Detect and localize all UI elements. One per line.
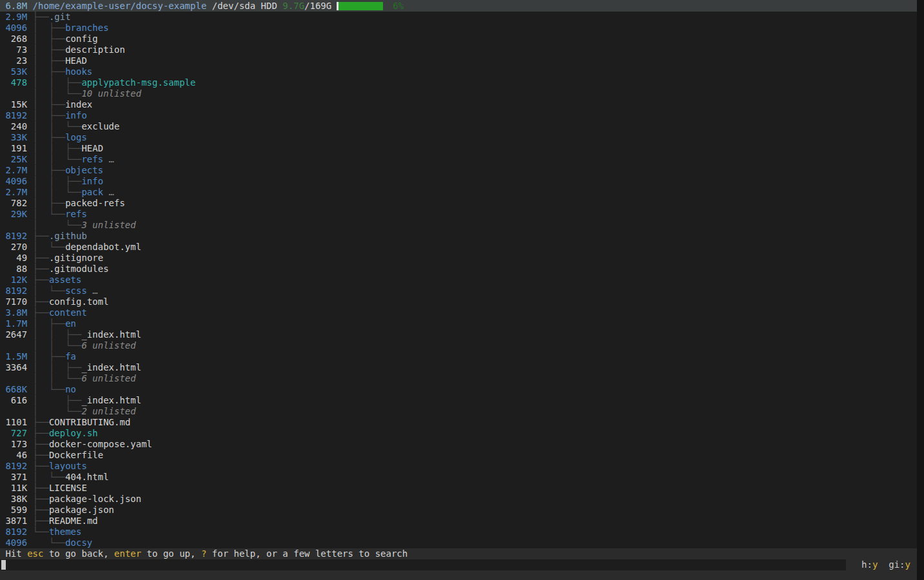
tree-row[interactable]: │ │ └──6 unlisted — [0, 340, 917, 351]
file-name: package.json — [49, 505, 114, 515]
tree-row[interactable]: 2.9M ├──.git — [0, 12, 917, 23]
search-input-line[interactable]: h:y gi:y — [0, 559, 917, 570]
tree-row[interactable]: 240 │ │ └──exclude — [0, 121, 917, 132]
tree-row[interactable]: 25K │ │ └──refs … — [0, 154, 917, 165]
tree-row[interactable]: 2.7M │ ├──objects — [0, 165, 917, 176]
tree-branch-glyphs: │ ├── — [33, 23, 66, 33]
file-name: exclude — [81, 121, 119, 131]
tree-row[interactable]: 7170 ├──config.toml — [0, 296, 917, 307]
tree-row[interactable]: 23 │ ├──HEAD — [0, 55, 917, 66]
tree-row[interactable]: 782 │ ├──packed-refs — [0, 198, 917, 209]
unlisted-label: 6 unlisted — [81, 373, 135, 383]
file-name: index — [65, 99, 92, 110]
file-name: HEAD — [65, 55, 87, 66]
tree-row[interactable]: 3.8M ├──content — [0, 307, 917, 318]
file-size: 1101 — [0, 417, 33, 427]
file-size: 2.7M — [0, 165, 33, 175]
file-name: content — [49, 307, 87, 318]
tree-branch-glyphs: ├── — [33, 231, 49, 241]
tree-row[interactable]: 2647 │ │ ├──_index.html — [0, 329, 917, 340]
tree-row[interactable]: │ └──3 unlisted — [0, 220, 917, 231]
broot-terminal: 6.8M /home/example-user/docsy-example /d… — [0, 0, 917, 580]
tree-branch-glyphs: │ ├── — [33, 55, 66, 66]
tree-branch-glyphs: └── — [33, 537, 66, 548]
tree-row[interactable]: 8192 ├──layouts — [0, 461, 917, 472]
tree-branch-glyphs: ├── — [33, 296, 49, 307]
tree-row[interactable]: 371 │ └──404.html — [0, 472, 917, 483]
tree-row[interactable]: 4096 └──docsy — [0, 537, 917, 548]
tree-branch-glyphs: │ │ └── — [33, 187, 82, 197]
tree-branch-glyphs: │ ├── — [33, 44, 66, 55]
tree-row[interactable]: │ └──2 unlisted — [0, 406, 917, 417]
tree-row[interactable]: 15K │ ├──index — [0, 99, 917, 110]
file-size: 1.5M — [0, 351, 33, 362]
tree-row[interactable]: 1.7M │ ├──en — [0, 318, 917, 329]
tree-row[interactable]: 4096 │ ├──branches — [0, 23, 917, 34]
tree-row[interactable]: 173 ├──docker-compose.yaml — [0, 439, 917, 450]
tree-row[interactable]: 53K │ ├──hooks — [0, 66, 917, 77]
tree-row[interactable]: 4096 │ │ ├──info — [0, 176, 917, 187]
file-size: 2.7M — [0, 187, 33, 197]
tree-row[interactable]: 478 │ │ ├──applypatch-msg.sample — [0, 77, 917, 88]
tree-row[interactable]: │ │ └──6 unlisted — [0, 373, 917, 384]
truncation-ellipsis: … — [87, 285, 98, 296]
file-size: 11K — [0, 483, 33, 493]
tree-row[interactable]: 29K │ └──refs — [0, 209, 917, 220]
file-name: assets — [49, 275, 82, 285]
tree-branch-glyphs: ├── — [33, 253, 49, 263]
file-size: 3871 — [0, 516, 33, 526]
tree-row[interactable]: 8192 │ ├──info — [0, 110, 917, 121]
tree-branch-glyphs: │ └── — [33, 472, 66, 482]
file-size: 371 — [0, 472, 33, 482]
file-name: layouts — [49, 461, 87, 471]
header-bar: 6.8M /home/example-user/docsy-example /d… — [0, 0, 917, 12]
file-size — [0, 88, 33, 99]
flag-value[interactable]: y — [905, 559, 910, 570]
gauge-free-segment — [339, 2, 383, 10]
tree-row[interactable]: 3364 │ │ ├──_index.html — [0, 362, 917, 373]
tree-row[interactable]: 8192 │ └──scss … — [0, 285, 917, 296]
file-size: 2647 — [0, 329, 33, 340]
tree-row[interactable]: 8192 ├──.github — [0, 231, 917, 242]
flag-label: gi: — [889, 559, 905, 570]
tree-row[interactable]: 668K │ └──no — [0, 384, 917, 395]
tree-branch-glyphs: │ ├── — [33, 66, 66, 77]
tree-row[interactable]: 616 │ ├──_index.html — [0, 395, 917, 406]
file-size: 8192 — [0, 231, 33, 241]
tree-branch-glyphs: │ ├── — [33, 34, 66, 44]
tree-row[interactable]: 1.5M │ ├──fa — [0, 351, 917, 362]
tree-row[interactable]: 3871 ├──README.md — [0, 516, 917, 527]
tree-row[interactable]: 49 ├──.gitignore — [0, 253, 917, 264]
file-size: 73 — [0, 44, 33, 55]
header-path[interactable]: /home/example-user/docsy-example — [33, 0, 207, 12]
tree-row[interactable]: 2.7M │ │ └──pack … — [0, 187, 917, 198]
tree-row[interactable]: 599 ├──package.json — [0, 505, 917, 516]
tree-row[interactable]: 46 ├──Dockerfile — [0, 450, 917, 461]
file-name: en — [65, 318, 76, 329]
tree-row[interactable]: 12K ├──assets — [0, 275, 917, 285]
file-size: 15K — [0, 99, 33, 110]
tree-row[interactable]: 8192 └──themes — [0, 527, 917, 537]
file-size: 268 — [0, 34, 33, 44]
file-name: docsy — [65, 537, 92, 548]
tree-row[interactable]: 88 ├──.gitmodules — [0, 264, 917, 275]
file-size: 7170 — [0, 296, 33, 307]
tree-row[interactable]: 727 ├──deploy.sh — [0, 428, 917, 439]
tree-branch-glyphs: │ └── — [33, 285, 66, 296]
flag-value[interactable]: y — [872, 559, 878, 570]
file-name: .github — [49, 231, 87, 241]
tree-row[interactable]: 268 │ ├──config — [0, 34, 917, 44]
tree-branch-glyphs: │ ├── — [33, 132, 66, 142]
tree-branch-glyphs: │ └── — [33, 384, 66, 394]
tree-row[interactable]: 11K ├──LICENSE — [0, 483, 917, 494]
tree-branch-glyphs: │ │ └── — [33, 88, 82, 99]
tree-row[interactable]: 73 │ ├──description — [0, 44, 917, 55]
header-total-size: 6.8M — [5, 0, 27, 12]
tree-row[interactable]: 33K │ ├──logs — [0, 132, 917, 143]
tree-row[interactable]: 1101 ├──CONTRIBUTING.md — [0, 417, 917, 428]
tree-row[interactable]: 270 │ └──dependabot.yml — [0, 242, 917, 253]
tree-branch-glyphs: │ │ ├── — [33, 362, 82, 372]
tree-row[interactable]: 38K ├──package-lock.json — [0, 494, 917, 505]
tree-row[interactable]: 191 │ │ ├──HEAD — [0, 143, 917, 154]
tree-row[interactable]: │ │ └──10 unlisted — [0, 88, 917, 99]
